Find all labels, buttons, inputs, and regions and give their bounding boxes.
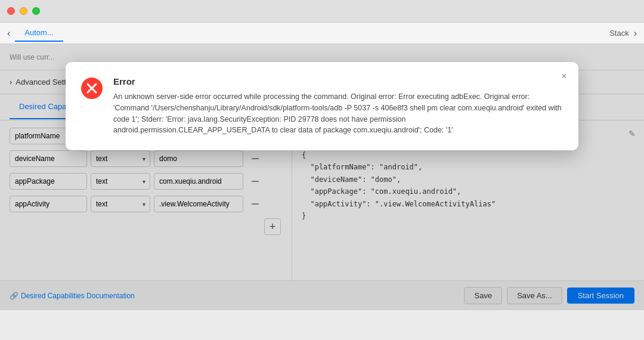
error-icon <box>80 76 104 100</box>
error-message: An unknown server-side error occurred wh… <box>113 91 562 136</box>
stack-button[interactable]: Stack <box>609 29 629 38</box>
tab-prev-button[interactable]: ‹ <box>5 28 13 39</box>
main-area: Will use curr... › Advanced Settings Des… <box>0 44 644 310</box>
error-dialog-close-button[interactable]: × <box>557 69 571 84</box>
error-overlay: Error An unknown server-side error occur… <box>0 44 644 310</box>
title-bar <box>0 0 644 23</box>
tab-bar: ‹ Autom... Stack › <box>0 23 644 44</box>
close-button[interactable] <box>7 7 15 15</box>
minimize-button[interactable] <box>20 7 27 15</box>
error-dialog: Error An unknown server-side error occur… <box>66 62 578 150</box>
tab-next-button[interactable]: › <box>631 28 639 39</box>
active-tab[interactable]: Autom... <box>15 24 63 42</box>
error-title: Error <box>113 76 562 86</box>
maximize-button[interactable] <box>32 7 40 15</box>
error-body: Error An unknown server-side error occur… <box>113 76 562 136</box>
